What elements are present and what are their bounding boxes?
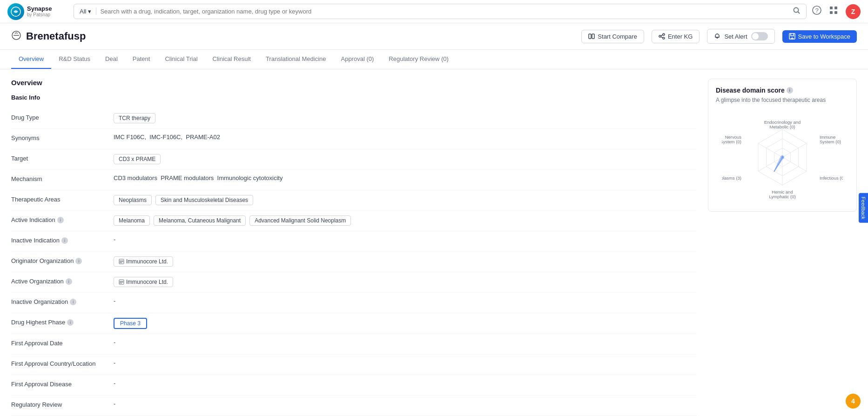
regulatory-review-value: - [114, 400, 697, 407]
originator-org-info-icon[interactable]: i [75, 258, 82, 264]
svg-rect-6 [834, 7, 837, 9]
svg-line-15 [661, 35, 663, 36]
field-mechanism: Mechanism CD3 modulators PRAME modulator… [11, 170, 697, 190]
save-to-workspace-button[interactable]: Save to Workspace [782, 30, 857, 43]
svg-rect-5 [830, 7, 833, 9]
logo-sub: by Patsnap [27, 12, 52, 17]
inactive-indication-value: - [114, 236, 697, 243]
inactive-org-info-icon[interactable]: i [70, 299, 76, 305]
therapeutic-areas-label: Therapeutic Areas [11, 195, 114, 203]
logo-text-area: Synapse by Patsnap [27, 6, 52, 17]
svg-point-12 [659, 35, 661, 37]
search-icon[interactable] [793, 7, 801, 16]
svg-rect-23 [120, 281, 123, 282]
svg-line-2 [798, 12, 800, 14]
tag-immunocore-originator[interactable]: Immunocore Ltd. [114, 256, 173, 267]
active-org-info-icon[interactable]: i [66, 278, 72, 285]
originator-org-label: Originator Organization i [11, 256, 114, 264]
tab-patent[interactable]: Patent [125, 50, 158, 69]
drug-header: Brenetafusp Start Compare Enter KG [0, 23, 868, 50]
svg-text:Metabolic (0): Metabolic (0) [770, 124, 795, 129]
svg-rect-20 [120, 262, 123, 262]
tab-approval[interactable]: Approval (0) [334, 50, 382, 69]
drug-type-label: Drug Type [11, 113, 114, 121]
field-synonyms: Synonyms IMC F106C, IMC-F106C, PRAME-A02 [11, 129, 697, 149]
drug-highest-phase-info-icon[interactable]: i [67, 319, 74, 326]
tab-overview[interactable]: Overview [11, 50, 51, 69]
target-label: Target [11, 154, 114, 162]
chevron-down-icon: ▾ [88, 8, 91, 15]
help-icon[interactable]: ? [812, 6, 821, 17]
first-approval-disease-label: First Approval Disease [11, 380, 114, 388]
drug-type-value: TCR therapy [114, 113, 697, 123]
inactive-indication-info-icon[interactable]: i [61, 237, 68, 244]
svg-rect-25 [120, 283, 122, 283]
field-target: Target CD3 x PRAME [11, 149, 697, 170]
first-approval-disease-value: - [114, 380, 697, 387]
tab-regulatory-review[interactable]: Regulatory Review (0) [381, 50, 456, 69]
svg-text:System (0): System (0) [722, 139, 741, 144]
nav-icons: ? Z [812, 4, 861, 19]
svg-point-14 [663, 37, 665, 39]
svg-rect-19 [120, 261, 123, 261]
field-regulatory-review: Regulatory Review - [11, 396, 697, 416]
svg-point-1 [794, 8, 799, 13]
inactive-indication-label: Inactive Indication i [11, 236, 114, 244]
tag-immunocore-active[interactable]: Immunocore Ltd. [114, 277, 173, 287]
mechanism-value: CD3 modulators PRAME modulators Immunolo… [114, 174, 697, 181]
radar-chart: Endocrinology and Metabolic (0) Immune S… [722, 111, 843, 204]
logo-area: Synapse by Patsnap [7, 3, 68, 20]
active-org-label: Active Organization i [11, 277, 114, 285]
active-indication-info-icon[interactable]: i [57, 217, 64, 223]
enter-kg-button[interactable]: Enter KG [652, 30, 700, 43]
save-workspace-label: Save to Workspace [798, 33, 850, 40]
search-input[interactable] [100, 8, 789, 15]
drug-icon [11, 30, 21, 43]
inactive-org-value: - [114, 297, 697, 304]
top-navigation: Synapse by Patsnap All ▾ ? [0, 0, 868, 23]
header-actions: Start Compare Enter KG Set Alert [581, 29, 857, 44]
score-card-info-icon[interactable]: i [787, 87, 793, 94]
drug-highest-phase-label: Drug Highest Phase i [11, 318, 114, 326]
svg-rect-24 [120, 282, 123, 282]
tab-clinical-result[interactable]: Clinical Result [205, 50, 258, 69]
field-drug-type: Drug Type TCR therapy [11, 108, 697, 129]
svg-rect-8 [834, 11, 837, 14]
field-originator-org: Originator Organization i Immunocore Ltd… [11, 252, 697, 272]
drug-highest-phase-value: Phase 3 [114, 318, 697, 329]
field-drug-highest-phase: Drug Highest Phase i Phase 3 [11, 313, 697, 334]
tab-rd-status[interactable]: R&D Status [51, 50, 98, 69]
bottom-notification-badge[interactable]: 4 [846, 394, 861, 409]
start-compare-button[interactable]: Start Compare [581, 30, 644, 43]
field-first-approval-disease: First Approval Disease - [11, 375, 697, 396]
tab-clinical-trial[interactable]: Clinical Trial [157, 50, 205, 69]
svg-rect-10 [589, 34, 591, 39]
drug-title-area: Brenetafusp [11, 30, 86, 43]
content-left: Overview Basic Info Drug Type TCR therap… [11, 79, 697, 416]
alert-toggle[interactable] [751, 32, 768, 40]
search-type-dropdown[interactable]: All ▾ [80, 8, 96, 15]
inactive-org-label: Inactive Organization i [11, 297, 114, 305]
svg-text:Lymphatic (0): Lymphatic (0) [769, 194, 795, 199]
logo-name: Synapse [27, 6, 52, 12]
tab-deal[interactable]: Deal [98, 50, 125, 69]
field-active-indication: Active Indication i Melanoma Melanoma, C… [11, 211, 697, 231]
section-title: Overview [11, 79, 697, 87]
grid-icon[interactable] [829, 6, 838, 17]
svg-line-16 [661, 37, 663, 38]
originator-org-value: Immunocore Ltd. [114, 256, 697, 267]
synonyms-label: Synonyms [11, 134, 114, 141]
tabs-bar: Overview R&D Status Deal Patent Clinical… [0, 50, 868, 69]
svg-text:System (0): System (0) [820, 139, 841, 144]
field-inactive-indication: Inactive Indication i - [11, 231, 697, 252]
field-active-org: Active Organization i Immunocore Ltd. [11, 272, 697, 293]
tag-cd3-prame: CD3 x PRAME [114, 154, 161, 164]
logo-icon [7, 3, 24, 20]
tab-translational-medicine[interactable]: Translational Medicine [258, 50, 334, 69]
feedback-bubble[interactable]: Feedback [859, 193, 868, 223]
user-avatar[interactable]: Z [846, 4, 861, 19]
active-indication-value: Melanoma Melanoma, Cutaneous Malignant A… [114, 215, 697, 226]
svg-text:Infectious (0): Infectious (0) [820, 175, 843, 181]
svg-marker-47 [774, 156, 783, 172]
first-approval-country-label: First Approval Country/Location [11, 359, 114, 367]
